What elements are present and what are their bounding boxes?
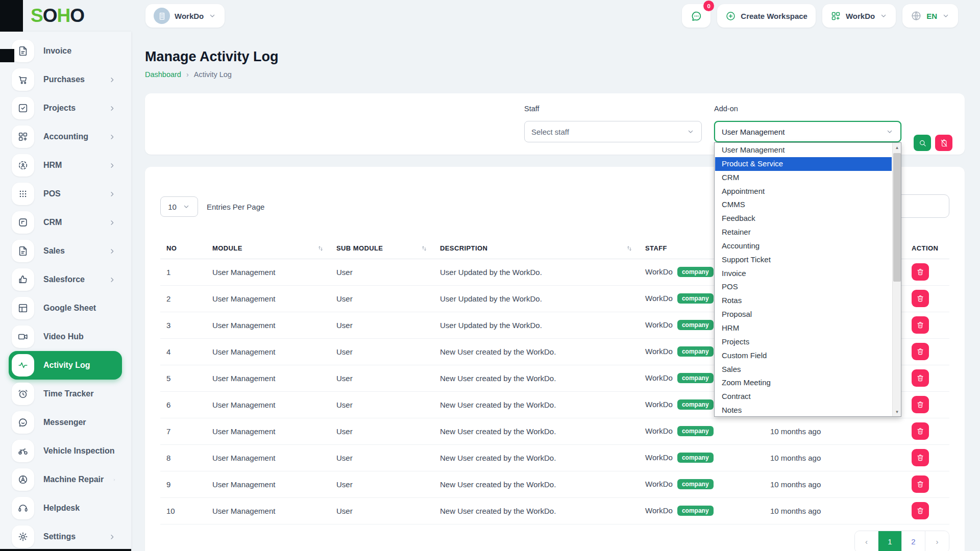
sort-icon[interactable]: [317, 245, 324, 252]
scroll-up-arrow[interactable]: ▲: [893, 143, 901, 152]
topbar: SOHO WorkDo 0 Create Workspace WorkDo EN: [0, 0, 980, 32]
delete-button[interactable]: [912, 316, 929, 334]
sort-icon[interactable]: [421, 245, 428, 252]
search-button[interactable]: [914, 135, 931, 151]
messages-button[interactable]: 0: [682, 4, 710, 28]
sidebar-item-time-tracker[interactable]: Time Tracker: [9, 380, 122, 408]
dropdown-option-user-management[interactable]: User Management: [715, 143, 892, 157]
scroll-down-arrow[interactable]: ▼: [893, 407, 901, 416]
language-selector[interactable]: EN: [902, 4, 958, 28]
create-workspace-button[interactable]: Create Workspace: [717, 4, 816, 28]
delete-button[interactable]: [912, 449, 929, 466]
soho-logo: SOHO: [31, 5, 84, 27]
sidebar-icon-chip: [12, 497, 34, 519]
dropdown-option-product-service[interactable]: Product & Service: [715, 157, 892, 171]
column-header-description[interactable]: DESCRIPTION: [434, 238, 639, 259]
dropdown-option-proposal[interactable]: Proposal: [715, 308, 892, 321]
workspace-name: WorkDo: [175, 12, 204, 20]
column-header-sub-module[interactable]: SUB MODULE: [330, 238, 434, 259]
dropdown-option-crm[interactable]: CRM: [715, 171, 892, 185]
dropdown-option-cmms[interactable]: CMMS: [715, 198, 892, 212]
sidebar-item-google-sheet[interactable]: Google Sheet: [9, 294, 122, 322]
delete-button[interactable]: [912, 475, 929, 493]
dropdown-option-custom-field[interactable]: Custom Field: [715, 349, 892, 363]
cell-sub-module: User: [330, 444, 434, 471]
staff-select[interactable]: Select staff: [524, 121, 702, 142]
dropdown-option-notes[interactable]: Notes: [715, 404, 892, 416]
delete-button[interactable]: [912, 396, 929, 413]
table-row: 10User ManagementUserNew User created by…: [160, 497, 949, 524]
column-label: STAFF: [645, 244, 667, 252]
workspace-switcher[interactable]: WorkDo: [145, 4, 225, 28]
sidebar-item-purchases[interactable]: Purchases: [9, 65, 122, 94]
sidebar-item-projects[interactable]: Projects: [9, 94, 122, 122]
logo-letter: H: [57, 5, 70, 26]
delete-button[interactable]: [912, 263, 929, 281]
delete-button[interactable]: [912, 369, 929, 387]
dropdown-option-projects[interactable]: Projects: [715, 335, 892, 349]
dropdown-option-hrm[interactable]: HRM: [715, 321, 892, 335]
chevron-right-icon: [108, 133, 116, 141]
addon-filter-label: Add-on: [714, 105, 901, 115]
dropdown-option-pos[interactable]: POS: [715, 280, 892, 294]
sidebar-item-crm[interactable]: CRM: [9, 208, 122, 237]
entries-per-page-select[interactable]: 10: [160, 196, 198, 217]
pagination-page-1[interactable]: 1: [878, 531, 902, 551]
trash-icon: [916, 321, 924, 329]
sidebar-item-helpdesk[interactable]: Helpdesk: [9, 494, 122, 522]
cell-description: New User created by the WorkDo.: [434, 365, 639, 391]
sidebar-item-messenger[interactable]: Messenger: [9, 408, 122, 437]
sidebar-item-activity-log[interactable]: Activity Log: [9, 351, 122, 380]
sidebar-item-pos[interactable]: POS: [9, 180, 122, 208]
dropdown-option-contract[interactable]: Contract: [715, 390, 892, 404]
vehicle-inspection-icon: [17, 445, 29, 457]
company-badge: company: [677, 426, 714, 436]
sidebar-item-machine-repair[interactable]: Machine Repair: [9, 465, 122, 494]
sales-icon: [17, 245, 29, 257]
delete-button[interactable]: [912, 343, 929, 360]
cell-date: 10 months ago: [764, 497, 905, 524]
topbar-actions: 0 Create Workspace WorkDo EN: [682, 4, 958, 28]
dropdown-option-support-ticket[interactable]: Support Ticket: [715, 253, 892, 267]
reset-filter-button[interactable]: [935, 135, 952, 151]
pagination-next[interactable]: ›: [925, 531, 949, 551]
breadcrumb-dashboard-link[interactable]: Dashboard: [145, 70, 181, 79]
cell-no: 1: [160, 259, 206, 285]
dropdown-option-zoom-meeting[interactable]: Zoom Meeting: [715, 376, 892, 390]
dropdown-option-sales[interactable]: Sales: [715, 363, 892, 377]
sidebar-item-vehicle-inspection[interactable]: Vehicle Inspection: [9, 437, 122, 465]
dropdown-option-retainer[interactable]: Retainer: [715, 226, 892, 239]
dropdown-scrollbar[interactable]: ▲ ▼: [892, 143, 901, 416]
dropdown-option-accounting[interactable]: Accounting: [715, 239, 892, 253]
pagination-prev[interactable]: ‹: [855, 531, 878, 551]
chevron-down-icon: [687, 128, 695, 136]
dropdown-option-feedback[interactable]: Feedback: [715, 212, 892, 226]
sidebar-item-label: Activity Log: [43, 361, 90, 370]
sidebar-item-invoice[interactable]: Invoice: [9, 37, 122, 65]
cell-staff: WorkDocompany: [639, 418, 764, 444]
sidebar-icon-chip: [12, 325, 34, 348]
company-badge: company: [677, 346, 714, 357]
sidebar-item-accounting[interactable]: Accounting: [9, 122, 122, 151]
apps-menu-button[interactable]: WorkDo: [822, 4, 896, 28]
column-label: NO: [166, 244, 177, 252]
dark-corner-block: [0, 0, 23, 32]
sidebar-item-settings[interactable]: Settings: [9, 522, 122, 551]
sidebar-item-hrm[interactable]: HRM: [9, 151, 122, 180]
sidebar-item-sales[interactable]: Sales: [9, 237, 122, 265]
delete-button[interactable]: [912, 422, 929, 440]
addon-select[interactable]: User Management: [714, 121, 901, 142]
pagination-page-2[interactable]: 2: [902, 531, 925, 551]
dropdown-option-invoice[interactable]: Invoice: [715, 267, 892, 281]
sidebar-item-salesforce[interactable]: Salesforce: [9, 265, 122, 294]
dropdown-option-appointment[interactable]: Appointment: [715, 185, 892, 198]
delete-button[interactable]: [912, 290, 929, 307]
sort-icon[interactable]: [626, 245, 633, 252]
column-header-module[interactable]: MODULE: [206, 238, 330, 259]
crm-icon: [17, 217, 29, 228]
sidebar-item-video-hub[interactable]: Video Hub: [9, 322, 122, 351]
plus-circle-icon: [725, 11, 736, 21]
dropdown-option-rotas[interactable]: Rotas: [715, 294, 892, 308]
scrollbar-thumb[interactable]: [893, 153, 901, 282]
delete-button[interactable]: [912, 502, 929, 519]
